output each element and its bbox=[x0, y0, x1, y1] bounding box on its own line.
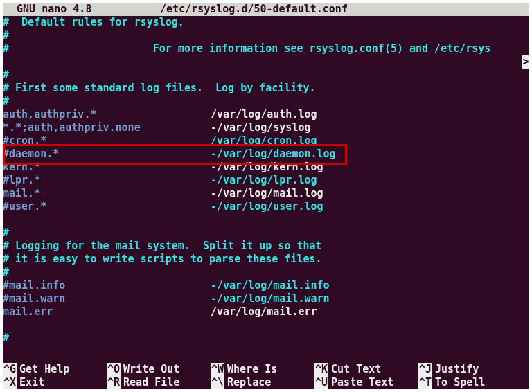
log-selector: kern.* bbox=[3, 161, 211, 174]
editor-line[interactable]: mail.err/var/log/mail.err bbox=[3, 305, 529, 319]
shortcut-key: ^T bbox=[418, 376, 432, 389]
shortcut-label: Get Help bbox=[17, 363, 69, 376]
shortcut-key: ^G bbox=[3, 363, 17, 376]
menu-row-2: ^XExit^RRead File^\Replace^UPaste Text^T… bbox=[3, 376, 529, 389]
log-path: -/var/log/daemon.log bbox=[211, 148, 336, 161]
log-selector: #user.* bbox=[3, 200, 211, 213]
editor-line[interactable]: mail.*-/var/log/mail.log bbox=[3, 187, 529, 200]
shortcut-label: Replace bbox=[224, 376, 271, 389]
log-path: -/var/log/user.log bbox=[211, 200, 323, 213]
log-selector: *.*;auth,authpriv.none bbox=[3, 121, 211, 134]
log-selector: #daemon.* bbox=[3, 148, 211, 161]
shortcut-key: ^R bbox=[107, 376, 121, 389]
shortcut-key: ^J bbox=[418, 363, 432, 376]
editor-content[interactable]: # Default rules for rsyslog.## For more … bbox=[3, 16, 529, 345]
shortcut-label: Exit bbox=[17, 376, 44, 389]
editor-line[interactable]: # bbox=[3, 266, 529, 279]
shortcut-label: Read File bbox=[121, 376, 179, 389]
log-path: -/var/log/kern.log bbox=[211, 161, 323, 174]
editor-header: GNU nano 4.8 /etc/rsyslog.d/50-default.c… bbox=[3, 3, 529, 16]
shortcut-key: ^\ bbox=[211, 376, 224, 389]
editor-line[interactable]: #daemon.*-/var/log/daemon.log bbox=[3, 148, 529, 161]
app-name: GNU nano 4.8 bbox=[4, 3, 160, 16]
editor-line[interactable]: kern.*-/var/log/kern.log bbox=[3, 161, 529, 174]
editor-line[interactable]: # Default rules for rsyslog. bbox=[3, 16, 529, 29]
log-path: -/var/log/syslog bbox=[211, 121, 311, 134]
editor-line[interactable]: #mail.warn-/var/log/mail.warn bbox=[3, 292, 529, 305]
terminal-window: GNU nano 4.8 /etc/rsyslog.d/50-default.c… bbox=[3, 3, 529, 389]
menu-item[interactable]: ^KCut Text bbox=[314, 363, 418, 376]
shortcut-key: ^X bbox=[3, 376, 17, 389]
editor-line[interactable]: auth,authpriv.*/var/log/auth.log bbox=[3, 108, 529, 121]
shortcut-label: Justify bbox=[432, 363, 479, 376]
editor-line[interactable]: # bbox=[3, 95, 529, 108]
menu-item[interactable]: ^RRead File bbox=[107, 376, 211, 389]
log-path: /var/log/cron.log bbox=[211, 134, 317, 148]
editor-line[interactable]: *.*;auth,authpriv.none-/var/log/syslog bbox=[3, 121, 529, 134]
editor-line[interactable]: #cron.*/var/log/cron.log bbox=[3, 134, 529, 148]
menu-item[interactable]: ^WWhere Is bbox=[211, 363, 314, 376]
shortcut-label: Paste Text bbox=[328, 376, 393, 389]
menu-item[interactable]: ^JJustify bbox=[418, 363, 522, 376]
editor-line[interactable]: # bbox=[3, 332, 529, 345]
menu-row-1: ^GGet Help^OWrite Out^WWhere Is^KCut Tex… bbox=[3, 363, 529, 376]
log-path: -/var/log/mail.warn bbox=[211, 292, 330, 305]
editor-line[interactable]: # For more information see rsyslog.conf(… bbox=[3, 42, 529, 55]
editor-line[interactable] bbox=[3, 55, 529, 69]
log-path: /var/log/auth.log bbox=[211, 108, 317, 121]
overflow-marker: > bbox=[522, 55, 529, 69]
shortcut-label: To Spell bbox=[432, 376, 485, 389]
shortcut-label: Where Is bbox=[224, 363, 277, 376]
shortcut-key: ^U bbox=[314, 376, 328, 389]
menu-item[interactable]: ^GGet Help bbox=[3, 363, 107, 376]
shortcut-key: ^O bbox=[107, 363, 121, 376]
editor-line[interactable]: # First some standard log files. Log by … bbox=[3, 82, 529, 95]
log-path: -/var/log/mail.info bbox=[211, 279, 330, 292]
editor-line[interactable]: # it is easy to write scripts to parse t… bbox=[3, 253, 529, 266]
log-selector: #cron.* bbox=[3, 134, 211, 148]
shortcut-key: ^K bbox=[314, 363, 328, 376]
editor-line[interactable]: #mail.info-/var/log/mail.info bbox=[3, 279, 529, 292]
log-selector: mail.* bbox=[3, 187, 211, 200]
log-selector: #mail.warn bbox=[3, 292, 211, 305]
shortcut-menu: ^GGet Help^OWrite Out^WWhere Is^KCut Tex… bbox=[3, 363, 529, 389]
editor-line[interactable]: #user.*-/var/log/user.log bbox=[3, 200, 529, 213]
log-selector: auth,authpriv.* bbox=[3, 108, 211, 121]
editor-line[interactable]: #lpr.*-/var/log/lpr.log bbox=[3, 174, 529, 187]
log-selector: mail.err bbox=[3, 305, 211, 319]
menu-item[interactable]: ^OWrite Out bbox=[107, 363, 211, 376]
log-path: /var/log/mail.err bbox=[211, 305, 317, 319]
log-selector: #mail.info bbox=[3, 279, 211, 292]
editor-line[interactable] bbox=[3, 213, 529, 226]
shortcut-label: Cut Text bbox=[328, 363, 381, 376]
editor-line[interactable]: # bbox=[3, 226, 529, 240]
log-path: -/var/log/mail.log bbox=[211, 187, 323, 200]
menu-item[interactable]: ^TTo Spell bbox=[418, 376, 522, 389]
editor-line[interactable]: # Logging for the mail system. Split it … bbox=[3, 240, 529, 253]
editor-line[interactable]: # bbox=[3, 29, 529, 42]
editor-line[interactable] bbox=[3, 319, 529, 332]
log-path: -/var/log/lpr.log bbox=[211, 174, 317, 187]
shortcut-key: ^W bbox=[211, 363, 224, 376]
menu-item[interactable]: ^UPaste Text bbox=[314, 376, 418, 389]
menu-item[interactable]: ^XExit bbox=[3, 376, 107, 389]
editor-line[interactable]: # bbox=[3, 69, 529, 82]
shortcut-label: Write Out bbox=[121, 363, 179, 376]
log-selector: #lpr.* bbox=[3, 174, 211, 187]
menu-item[interactable]: ^\Replace bbox=[211, 376, 314, 389]
file-path: /etc/rsyslog.d/50-default.conf bbox=[160, 3, 348, 16]
